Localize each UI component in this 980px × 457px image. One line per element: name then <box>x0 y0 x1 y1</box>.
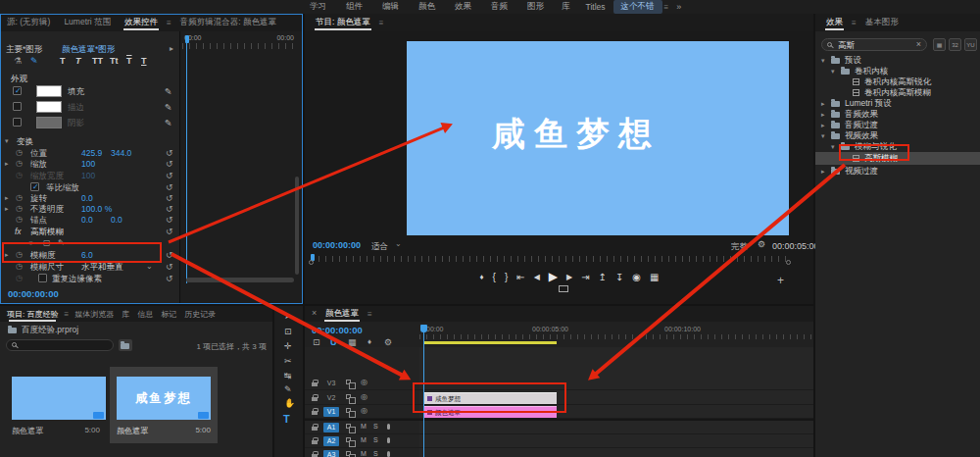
pen-tool[interactable]: ✎ <box>284 385 292 394</box>
panel-menu-icon[interactable] <box>167 19 172 27</box>
voiceover-mic-icon[interactable] <box>387 451 390 457</box>
dropdown-caret-icon[interactable] <box>395 240 402 248</box>
program-video-frame[interactable]: 咸鱼梦想 <box>407 41 789 235</box>
clip-name[interactable]: 颜色遮罩 <box>12 426 43 436</box>
lock-icon[interactable] <box>312 427 318 431</box>
tree-row-video-effects[interactable]: 视频效果 <box>815 130 980 141</box>
export-frame-icon[interactable]: ◉ <box>632 272 641 282</box>
tree-row-kernel-gaussian-blur[interactable]: 卷积内核高斯模糊 <box>815 87 980 98</box>
close-icon[interactable] <box>312 309 317 318</box>
lock-icon[interactable] <box>312 440 318 444</box>
project-item[interactable]: 颜色遮罩 5:00 <box>8 371 108 441</box>
mute-button[interactable]: M <box>361 450 367 457</box>
tab-program-monitor[interactable]: 节目: 颜色遮罩 <box>309 17 377 28</box>
master-clip-label[interactable]: 主要*图形 <box>6 43 42 55</box>
tab-history[interactable]: 历史记录 <box>180 309 220 320</box>
new-bin-button[interactable] <box>119 339 132 351</box>
track-badge-a3[interactable]: A3 <box>323 450 339 457</box>
lock-icon[interactable] <box>312 411 318 415</box>
panel-menu-icon[interactable] <box>664 3 669 12</box>
clear-search-icon[interactable] <box>916 40 921 49</box>
tab-audio-clip-mixer[interactable]: 音频剪辑混合器: 颜色遮罩 <box>173 17 279 28</box>
workspace-tab-color[interactable]: 颜色 <box>409 1 445 13</box>
overflow-icon[interactable] <box>676 2 681 12</box>
tab-effects[interactable]: 效果 <box>819 17 850 28</box>
reset-icon[interactable] <box>166 273 173 284</box>
tab-essential-graphics[interactable]: 基本图形 <box>858 17 906 28</box>
workspace-tab-libraries[interactable]: 库 <box>554 1 578 13</box>
underline-button[interactable]: T <box>141 55 147 67</box>
twirl-closed-icon[interactable] <box>821 100 825 107</box>
expand-icon[interactable] <box>170 43 173 55</box>
lift-icon[interactable]: ↥ <box>599 272 607 282</box>
repeat-edge-checkbox[interactable] <box>38 274 47 282</box>
tree-row-audio-effects[interactable]: 音频效果 <box>815 109 980 120</box>
uniform-scale-checkbox[interactable] <box>30 182 39 191</box>
all-caps-button[interactable]: TT <box>92 55 103 67</box>
play-button-icon[interactable]: ▶ <box>549 270 558 283</box>
add-marker-icon[interactable]: ♦ <box>479 273 483 281</box>
track-badge-v1[interactable]: V1 <box>323 407 339 417</box>
panel-menu-icon[interactable] <box>64 310 69 319</box>
solo-button[interactable]: S <box>373 436 378 443</box>
project-search-input[interactable] <box>6 339 114 351</box>
mark-in-icon[interactable]: { <box>493 272 496 282</box>
mini-horizontal-scrollbar[interactable] <box>186 278 294 282</box>
twirl-closed-icon[interactable] <box>5 158 9 170</box>
shadow-checkbox[interactable] <box>13 118 22 127</box>
lock-icon[interactable] <box>312 397 318 401</box>
workspace-tab-learning[interactable]: 学习 <box>300 1 336 13</box>
small-caps-button[interactable]: Tt <box>110 55 119 67</box>
track-badge-a1[interactable]: A1 <box>323 423 339 432</box>
tab-source-monitor[interactable]: 源: (无剪辑) <box>0 17 57 28</box>
timeline-settings-icon[interactable] <box>384 338 392 347</box>
bit-depth-badge[interactable]: 32 <box>949 38 961 51</box>
go-to-out-icon[interactable]: ⇥ <box>581 272 589 282</box>
tree-row-convolution-kernel[interactable]: 卷积内核 <box>815 66 980 76</box>
program-timecode[interactable]: 00:00:00:00 <box>313 240 361 250</box>
workspace-tab-audio[interactable]: 音频 <box>481 1 517 13</box>
selected-clip-label[interactable]: 颜色遮罩*图形 <box>62 43 115 55</box>
fill-checkbox[interactable] <box>13 86 22 95</box>
twirl-open-icon[interactable] <box>821 132 825 139</box>
workspace-tab-assembly[interactable]: 组件 <box>336 1 372 13</box>
ripple-edit-tool[interactable]: ✛ <box>284 342 292 351</box>
sync-lock-icon[interactable] <box>346 424 351 429</box>
timeline-playhead-handle[interactable] <box>420 325 427 332</box>
twirl-open-icon[interactable] <box>831 68 835 75</box>
tab-media-browser[interactable]: 媒体浏览器 <box>71 309 118 320</box>
eyedropper-icon[interactable] <box>164 101 172 113</box>
yuv-badge[interactable]: YU <box>964 38 977 51</box>
go-to-in-icon[interactable]: ⇤ <box>516 272 524 282</box>
shadow-color-swatch[interactable] <box>36 117 62 128</box>
sync-lock-icon[interactable] <box>346 451 351 456</box>
gaussian-blur-section-label[interactable]: 高斯模糊 <box>30 226 64 237</box>
panel-menu-icon[interactable] <box>368 310 372 319</box>
track-badge-v3[interactable]: V3 <box>323 379 339 388</box>
scale-value[interactable]: 100 <box>81 158 95 170</box>
solo-button[interactable]: S <box>373 450 378 457</box>
twirl-closed-icon[interactable] <box>821 122 825 128</box>
superscript-button[interactable]: T <box>126 55 132 67</box>
fill-color-swatch[interactable] <box>36 85 62 97</box>
solo-button[interactable]: S <box>373 423 378 430</box>
tab-markers[interactable]: 标记 <box>157 309 180 320</box>
workspace-tab-editing[interactable]: 编辑 <box>372 1 409 13</box>
anchor-x-value[interactable]: 0.0 <box>81 214 93 226</box>
lock-icon[interactable] <box>312 382 318 386</box>
stroke-color-swatch[interactable] <box>36 101 62 113</box>
tab-effect-controls[interactable]: 效果控件 <box>118 17 165 28</box>
track-select-tool[interactable]: ⊡ <box>284 328 292 336</box>
tab-project[interactable]: 项目: 百度经验 <box>3 309 62 320</box>
hand-tool[interactable]: ✋ <box>284 399 295 408</box>
sync-lock-icon[interactable] <box>346 408 351 413</box>
effects-search-input[interactable]: 高斯 <box>821 38 927 51</box>
stroke-checkbox[interactable] <box>13 102 22 111</box>
workspace-tab-effects[interactable]: 效果 <box>445 1 481 13</box>
tab-lumetri-scopes[interactable]: Lumetri 范围 <box>57 17 118 28</box>
reset-icon[interactable] <box>166 214 173 226</box>
ruler-right-handle[interactable] <box>786 260 791 265</box>
workspace-tab-titles[interactable]: Titles <box>578 2 613 12</box>
add-marker-icon[interactable]: ♦ <box>368 338 371 346</box>
twirl-open-icon[interactable] <box>821 57 825 64</box>
